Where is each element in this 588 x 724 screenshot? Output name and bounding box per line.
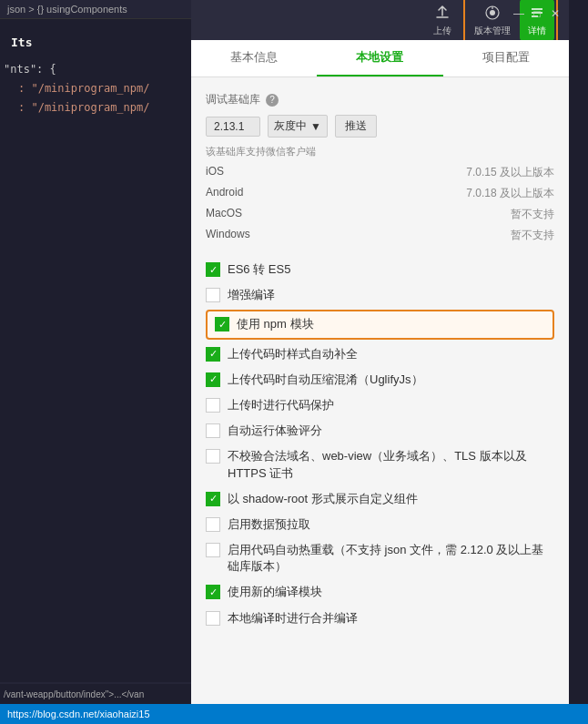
code-line: : "/miniprogram_npm/ — [4, 98, 188, 117]
checkbox-es6[interactable] — [206, 262, 220, 277]
checkbox-row-preload[interactable]: 启用数据预拉取 — [206, 512, 554, 537]
version-mgmt-label: 版本管理 — [474, 25, 511, 37]
detail-button[interactable]: 详情 — [520, 0, 554, 41]
editor-path-text: /vant-weapp/button/index">...</van — [4, 689, 144, 699]
checkbox-label-perf: 自动运行体验评分 — [228, 423, 554, 439]
breadcrumb: json > {} usingComponents — [0, 0, 191, 19]
upload-icon — [432, 3, 452, 23]
checkbox-label-auto_style: 上传代码时样式自动补全 — [228, 346, 554, 362]
status-bar: https://blog.csdn.net/xiaohaizi15 — [0, 704, 588, 724]
checkbox-label-protect: 上传时进行代码保护 — [228, 397, 554, 413]
code-string: : "/miniprogram_npm/ — [18, 99, 150, 117]
checkbox-row-auto_style[interactable]: 上传代码时样式自动补全 — [206, 342, 554, 367]
window-controls: — □ ✕ — [512, 7, 562, 20]
code-line: "nts": { — [4, 60, 188, 79]
platform-name: Android — [206, 186, 243, 201]
upload-button[interactable]: 上传 — [425, 0, 460, 41]
debug-lib-section-title: 调试基础库 ? — [206, 92, 554, 107]
platform-value: 暂不支持 — [511, 207, 554, 222]
upload-label: 上传 — [433, 25, 451, 37]
dropdown-arrow: ▼ — [310, 120, 321, 133]
detail-label: 详情 — [528, 25, 546, 37]
checkbox-row-es6[interactable]: ES6 转 ES5 — [206, 257, 554, 282]
platform-value: 7.0.18 及以上版本 — [466, 186, 554, 201]
push-button[interactable]: 推送 — [335, 115, 377, 138]
checkbox-row-new_compiler[interactable]: 使用新的编译模块 — [206, 579, 554, 605]
platform-row: iOS7.0.15 及以上版本 — [206, 162, 554, 183]
debug-lib-label: 调试基础库 — [206, 92, 260, 107]
checkbox-row-hot_reload[interactable]: 启用代码自动热重载（不支持 json 文件，需 2.12.0 及以上基础库版本） — [206, 537, 554, 579]
platform-list: iOS7.0.15 及以上版本Android7.0.18 及以上版本MacOS暂… — [206, 162, 554, 246]
checkbox-label-uglify: 上传代码时自动压缩混淆（UglifyJs） — [228, 372, 554, 388]
checkbox-label-npm: 使用 npm 模块 — [237, 316, 545, 332]
version-mgmt-button[interactable]: 版本管理 — [467, 0, 518, 41]
version-row: 2.13.1 灰度中 ▼ 推送 — [206, 115, 554, 138]
editor-content: Its "nts": { : "/miniprogram_npm/ : "/mi… — [0, 19, 191, 125]
checkbox-row-uglify[interactable]: 上传代码时自动压缩混淆（UglifyJs） — [206, 367, 554, 393]
maximize-button[interactable]: □ — [531, 7, 543, 20]
close-button[interactable]: ✕ — [549, 7, 562, 20]
checkbox-label-hot_reload: 启用代码自动热重载（不支持 json 文件，需 2.12.0 及以上基础库版本） — [228, 542, 554, 575]
checkbox-row-perf[interactable]: 自动运行体验评分 — [206, 418, 554, 444]
minimize-button[interactable]: — — [512, 7, 525, 20]
toolbar: — □ ✕ 上传 — [191, 0, 569, 40]
checkbox-label-domain: 不校验合法域名、web-view（业务域名）、TLS 版本以及 HTTPS 证书 — [228, 448, 554, 481]
tab-project[interactable]: 项目配置 — [443, 40, 569, 76]
checkbox-label-shadow_root: 以 shadow-root 形式展示自定义组件 — [228, 491, 554, 507]
checkbox-label-es6: ES6 转 ES5 — [228, 261, 554, 278]
checkbox-new_compiler[interactable] — [206, 585, 220, 599]
checkbox-row-shadow_root[interactable]: 以 shadow-root 形式展示自定义组件 — [206, 486, 554, 512]
checkbox-label-merge_compile: 本地编译时进行合并编译 — [228, 610, 554, 627]
svg-point-1 — [490, 10, 495, 15]
tab-local[interactable]: 本地设置 — [317, 40, 442, 76]
checkbox-hot_reload[interactable] — [206, 543, 220, 557]
code-bracket: "nts": { — [4, 61, 56, 78]
settings-panel: — □ ✕ 上传 — [191, 0, 569, 724]
tabs-nav: 基本信息 本地设置 项目配置 — [191, 40, 569, 77]
editor-panel: json > {} usingComponents Its "nts": { :… — [0, 0, 191, 724]
platform-row: MacOS暂不支持 — [206, 204, 554, 225]
help-icon[interactable]: ? — [266, 94, 279, 107]
checkbox-label-new_compiler: 使用新的编译模块 — [228, 584, 554, 600]
checkbox-protect[interactable] — [206, 398, 220, 413]
checkbox-row-enhance[interactable]: 增强编译 — [206, 282, 554, 308]
tab-basic[interactable]: 基本信息 — [191, 40, 317, 76]
checkbox-shadow_root[interactable] — [206, 492, 220, 506]
checkbox-merge_compile[interactable] — [206, 611, 220, 626]
code-line: : "/miniprogram_npm/ — [4, 79, 188, 98]
checkbox-row-protect[interactable]: 上传时进行代码保护 — [206, 393, 554, 418]
gray-level-label: 灰度中 — [274, 118, 307, 134]
checkbox-uglify[interactable] — [206, 372, 220, 387]
checkbox-enhance[interactable] — [206, 288, 220, 302]
platform-name: iOS — [206, 165, 224, 180]
checkbox-auto_style[interactable] — [206, 347, 220, 362]
platform-name: Windows — [206, 228, 250, 243]
version-mgmt-icon — [482, 3, 502, 23]
platform-value: 7.0.15 及以上版本 — [466, 165, 554, 180]
checkbox-list: ES6 转 ES5增强编译使用 npm 模块上传代码时样式自动补全上传代码时自动… — [206, 257, 554, 631]
settings-content: 调试基础库 ? 2.13.1 灰度中 ▼ 推送 该基础库支持微信客户端 iOS7… — [191, 77, 569, 724]
checkbox-npm[interactable] — [215, 317, 229, 331]
checkbox-preload[interactable] — [206, 517, 220, 532]
checkbox-label-enhance: 增强编译 — [228, 287, 554, 303]
checkbox-row-domain[interactable]: 不校验合法域名、web-view（业务域名）、TLS 版本以及 HTTPS 证书 — [206, 444, 554, 485]
editor-path-bar: /vant-weapp/button/index">...</van — [0, 684, 191, 704]
version-input[interactable]: 2.13.1 — [206, 117, 260, 137]
divider — [206, 246, 554, 257]
gray-level-dropdown[interactable]: 灰度中 ▼ — [268, 115, 328, 138]
checkbox-row-merge_compile[interactable]: 本地编译时进行合并编译 — [206, 606, 554, 631]
platform-row: Windows暂不支持 — [206, 225, 554, 246]
platform-name: MacOS — [206, 207, 242, 222]
checkbox-perf[interactable] — [206, 423, 220, 438]
platform-value: 暂不支持 — [511, 228, 554, 243]
checkbox-row-npm[interactable]: 使用 npm 模块 — [206, 310, 554, 339]
its-text: Its — [4, 26, 188, 60]
support-info: 该基础库支持微信客户端 — [206, 145, 554, 158]
platform-row: Android7.0.18 及以上版本 — [206, 183, 554, 204]
checkbox-domain[interactable] — [206, 449, 220, 464]
code-string: : "/miniprogram_npm/ — [18, 80, 150, 97]
status-url: https://blog.csdn.net/xiaohaizi15 — [7, 709, 150, 719]
checkbox-label-preload: 启用数据预拉取 — [228, 516, 554, 533]
